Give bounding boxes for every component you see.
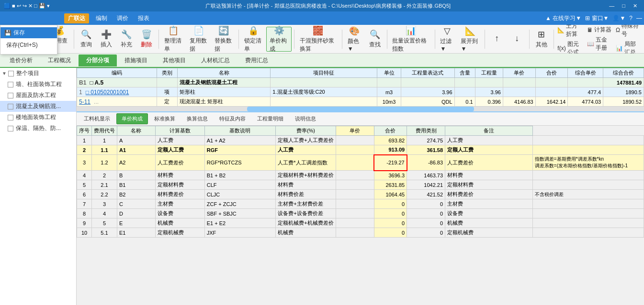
col-header-price: 单价 <box>503 68 535 78</box>
collapse-btn[interactable]: — <box>636 15 642 22</box>
handbook-button[interactable]: 📖 五金手册 <box>586 35 613 53</box>
replace-icon: 🔄 <box>218 25 229 36</box>
batch-index-button[interactable]: 📊 批量设置价格指数 <box>389 27 432 52</box>
tree-label-insulation: 保温、隔热、防... <box>16 124 61 132</box>
cell-code-link[interactable]: 5-11 <box>79 98 90 105</box>
subtab-feature-content[interactable]: 特征及内容 <box>214 113 251 124</box>
cell-base-desc: 定额材料费+材料费差价 <box>276 171 336 180</box>
tab-measures[interactable]: 措施项目 <box>117 54 155 66</box>
replace-button[interactable]: 🔄 替换数据 <box>212 27 236 52</box>
cell-rate <box>336 218 374 228</box>
expand-button[interactable]: 📐 展开到▼ <box>458 27 482 52</box>
tree-item-concrete[interactable]: 混凝土及钢筋混... <box>0 101 76 112</box>
color-button[interactable]: 🎨 颜色▼ <box>345 27 364 52</box>
cell-qty: 3.96 <box>475 87 503 97</box>
hscroll-thumb[interactable] <box>247 107 474 111</box>
maximize-button[interactable]: □ <box>619 3 628 9</box>
supplement-button[interactable]: 🔧 补充 <box>117 27 136 52</box>
window-layout-btn[interactable]: ⊞ 窗口▼ <box>585 14 609 22</box>
cell-num: 5.1 <box>92 228 117 238</box>
cell-seq: 5 <box>77 180 92 190</box>
menu-item-edit[interactable]: 编制 <box>91 12 112 24</box>
cell-qty <box>475 78 503 87</box>
subtab-description[interactable]: 说明信息 <box>290 113 321 124</box>
minimize-button[interactable]: — <box>606 3 617 9</box>
col-note: 备注 <box>445 126 533 136</box>
tab-section-items[interactable]: 分部分项 <box>79 54 117 66</box>
menu-item-report[interactable]: 报表 <box>133 12 154 24</box>
save-ctrl-s-item[interactable]: 保存(Ctrl+S) <box>0 38 57 52</box>
cell-code: B2 <box>117 190 156 199</box>
cell-note <box>532 145 644 155</box>
tab-project-overview[interactable]: 工程概况 <box>40 54 79 66</box>
user-btn[interactable]: 👤▼ <box>612 15 625 22</box>
delete-button[interactable]: 🗑️ 删除 <box>137 27 156 52</box>
cell-base: SBF + SBJC <box>204 209 275 218</box>
query-icon: 🔍 <box>81 29 91 40</box>
col-category: 费用类别 <box>407 126 445 136</box>
up-button[interactable]: ↑ <box>487 27 507 52</box>
query-button[interactable]: 🔍 查询 <box>77 27 96 52</box>
tree-item-root[interactable]: ▼ 整个项目 <box>0 68 76 79</box>
find-button[interactable]: 🔍 查找 <box>365 27 384 52</box>
cell-name: 人工费 <box>155 136 204 145</box>
cell-code-link[interactable]: □ 010502001001 <box>86 89 129 96</box>
tree-item-floor[interactable]: 楼地面装饰工程 <box>0 112 76 123</box>
cell-content <box>454 78 475 87</box>
subtab-standard-convert[interactable]: 标准换算 <box>149 113 181 124</box>
title-bar: 🟦 ■ ↩ ↪ ✕ □ 💾 ▾ 广联达预算计价 - [清单计价 - 郑煤总医院病… <box>0 0 644 11</box>
cell-name: 定额材料费 <box>155 180 204 190</box>
cell-total: 274.75 <box>407 136 445 145</box>
organize-button[interactable]: 📋 整理清单 <box>161 27 186 52</box>
tree-check-insulation[interactable] <box>8 126 13 131</box>
table-row: 3 1.2 A2 人工费差价 RGF*RGTCZS 人工费*人工调差指数 -21… <box>77 155 644 171</box>
close-button[interactable]: ✕ <box>630 3 640 9</box>
table-row: B1 □ A.5 混凝土及钢筋混凝土工程 <box>77 78 644 87</box>
tree-check-roof[interactable] <box>8 93 13 98</box>
unit-price-button[interactable]: ⚙️ 单价构成 <box>266 27 292 52</box>
tree-check-floor[interactable] <box>8 115 13 120</box>
cell-expr: QDL <box>401 97 454 107</box>
lock-button[interactable]: 🔒 锁定清单 <box>241 27 266 52</box>
subtab-convert-info[interactable]: 换算信息 <box>181 113 213 124</box>
tree-item-wall[interactable]: 墙、柱面装饰工程 <box>0 79 76 90</box>
menu-item-price[interactable]: 调价 <box>112 12 133 24</box>
cell-total: 0 <box>407 228 445 238</box>
reuse-button[interactable]: 📄 复用数据 <box>187 27 211 52</box>
main-area: ▼ 整个项目 墙、柱面装饰工程 屋面及防水工程 混凝土及钢筋混... 楼地面装饰… <box>0 68 644 305</box>
tab-fee-summary[interactable]: 费用汇总 <box>237 54 276 66</box>
cell-category: 定额人工费 <box>445 145 533 155</box>
unit-price-label: 单价构成 <box>270 37 288 53</box>
mortar-button[interactable]: 🧱 干混预拌砂浆换算 <box>297 27 339 52</box>
tree-item-insulation[interactable]: 保温、隔热、防... <box>0 123 76 134</box>
cell-code: 1 □ 010502001001 <box>77 87 157 97</box>
batch-icon: 📊 <box>406 25 416 36</box>
find-label: 查找 <box>369 41 381 49</box>
other-button[interactable]: ⊞ 其他 <box>532 27 551 52</box>
upper-table: 编码 类别 名称 项目特征 单位 工程量表达式 含量 工程量 单价 合价 综合单… <box>77 68 644 112</box>
filter-button[interactable]: ▽ 过滤▼ <box>437 27 457 52</box>
col-header-code: 编码 <box>77 68 157 78</box>
tab-other-items[interactable]: 其他项目 <box>155 54 193 66</box>
subtab-labor-material[interactable]: 工料机显示 <box>79 113 115 124</box>
online-learning-btn[interactable]: ▲ 在线学习▼ <box>545 14 581 22</box>
insert-button[interactable]: ➕ 插入 <box>97 27 116 52</box>
subtab-qty-detail[interactable]: 工程量明细 <box>252 113 289 124</box>
subtab-unit-price[interactable]: 单价构成 <box>116 113 148 124</box>
hscroll-bar[interactable] <box>77 107 644 111</box>
tab-labor-material[interactable]: 人材机汇总 <box>193 54 237 66</box>
cell-total: 0 <box>407 199 445 209</box>
tree-check-wall[interactable] <box>8 82 13 87</box>
tree-check-concrete[interactable] <box>8 104 13 109</box>
col-total: 合价 <box>374 126 407 136</box>
down-button[interactable]: ↓ <box>508 27 527 52</box>
cell-total <box>535 87 568 97</box>
table-row: 10 5.1 E1 定额机械费 JXF 机械费 0 0 定额机械费 <box>77 228 644 238</box>
calculator-button[interactable]: 🖩 计算器 <box>586 25 613 34</box>
tab-cost-analysis[interactable]: 造价分析 <box>2 54 40 66</box>
tree-item-roof[interactable]: 屋面及防水工程 <box>0 90 76 101</box>
tree-check[interactable] <box>8 71 14 76</box>
separator-6 <box>387 30 387 49</box>
help-btn[interactable]: ? <box>629 15 633 22</box>
cell-price: -219.27 <box>374 155 407 171</box>
